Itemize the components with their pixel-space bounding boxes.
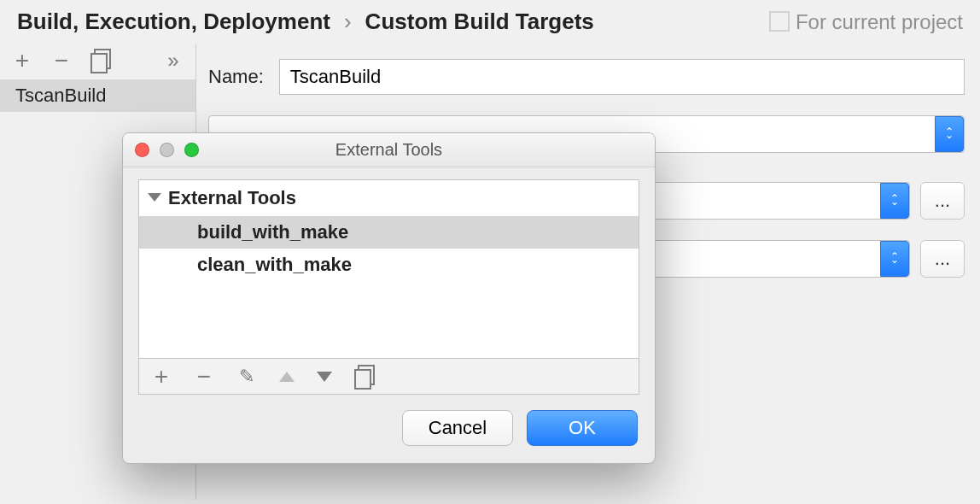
ellipsis-icon: ...	[935, 248, 950, 270]
ok-button-label: OK	[569, 417, 596, 438]
remove-tool-icon[interactable]	[194, 366, 214, 387]
tree-toolbar	[138, 359, 639, 395]
dialog-title: External Tools	[123, 140, 655, 160]
move-down-icon[interactable]	[317, 372, 332, 382]
expand-icon[interactable]	[163, 50, 184, 71]
add-tool-icon[interactable]	[151, 366, 172, 387]
window-controls	[135, 143, 199, 157]
external-tools-tree[interactable]: External Tools build_with_make clean_wit…	[138, 179, 639, 359]
tree-group-header[interactable]: External Tools	[139, 180, 639, 216]
clean-tool-browse-button[interactable]: ...	[920, 240, 965, 278]
select-stepper-icon[interactable]	[935, 116, 964, 152]
cancel-button-label: Cancel	[429, 417, 487, 438]
dialog-footer: Cancel OK	[123, 395, 655, 463]
select-stepper-icon[interactable]	[880, 183, 909, 219]
build-tool-browse-button[interactable]: ...	[920, 182, 965, 220]
name-label: Name:	[208, 66, 264, 88]
cancel-button[interactable]: Cancel	[402, 410, 513, 446]
move-up-icon[interactable]	[279, 372, 295, 382]
breadcrumb-separator-icon: ›	[344, 9, 352, 35]
scope-label: For current project	[796, 10, 963, 34]
tree-item-label: build_with_make	[197, 221, 348, 243]
breadcrumb-part-2[interactable]: Custom Build Targets	[365, 9, 594, 35]
target-list-item-label: TscanBuild	[15, 85, 106, 106]
ellipsis-icon: ...	[935, 190, 950, 212]
minimize-window-icon	[160, 143, 174, 157]
copy-tool-icon[interactable]	[354, 367, 370, 386]
settings-header: Build, Execution, Deployment › Custom Bu…	[0, 0, 980, 44]
project-scope-icon	[772, 14, 789, 31]
breadcrumb-part-1[interactable]: Build, Execution, Deployment	[17, 9, 330, 35]
close-window-icon[interactable]	[135, 143, 149, 157]
dialog-titlebar[interactable]: External Tools	[123, 133, 655, 167]
add-icon[interactable]	[12, 50, 32, 71]
remove-icon[interactable]	[51, 50, 72, 71]
select-stepper-icon[interactable]	[880, 241, 909, 277]
breadcrumb: Build, Execution, Deployment › Custom Bu…	[17, 9, 594, 35]
tree-item[interactable]: clean_with_make	[139, 249, 639, 281]
target-list-item[interactable]: TscanBuild	[0, 79, 195, 112]
tree-group-label: External Tools	[168, 187, 296, 209]
name-input[interactable]	[279, 59, 965, 95]
scope-indicator: For current project	[772, 10, 963, 34]
tree-item[interactable]: build_with_make	[139, 216, 639, 249]
tree-item-label: clean_with_make	[197, 254, 352, 275]
disclosure-triangle-icon[interactable]	[148, 193, 161, 202]
copy-icon[interactable]	[90, 51, 106, 70]
targets-toolbar	[0, 47, 195, 79]
edit-tool-icon[interactable]	[236, 366, 257, 387]
ok-button[interactable]: OK	[527, 410, 638, 446]
external-tools-dialog: External Tools External Tools build_with…	[122, 132, 656, 464]
zoom-window-icon[interactable]	[184, 143, 199, 157]
name-row: Name:	[208, 59, 965, 95]
